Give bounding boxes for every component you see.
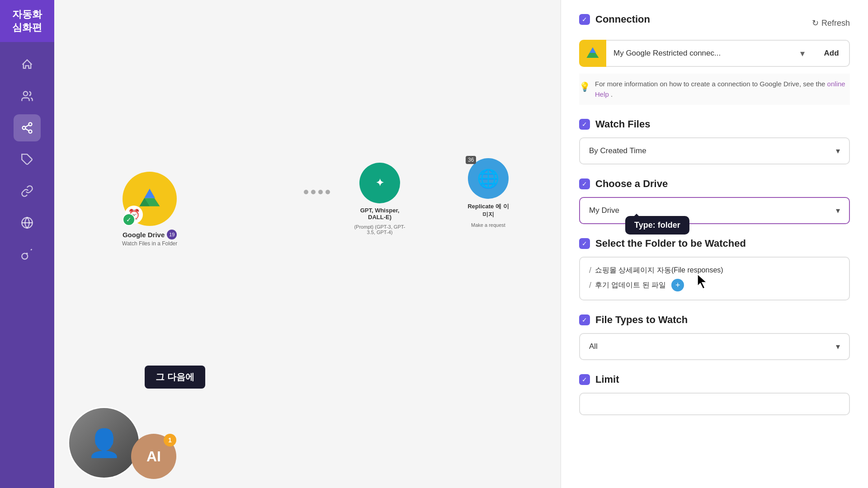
folder-item-2-text: 후기 업데이트 된 파일 <box>595 281 666 290</box>
connection-row: My Google Restricted connec... ▾ Add <box>579 40 850 67</box>
folder-item-2: / 후기 업데이트 된 파일 + <box>589 277 840 293</box>
sidebar-banner: 자동화 심화편 <box>0 0 54 42</box>
file-types-title: File Types to Watch <box>595 314 688 326</box>
tooltip-text: Type: folder <box>634 221 680 230</box>
file-types-checkbox[interactable]: ✓ <box>579 314 590 325</box>
cursor-position <box>697 273 708 291</box>
sidebar-item-puzzle[interactable] <box>14 146 41 173</box>
replicate-sublabel: Make a request <box>471 222 505 228</box>
svg-point-1 <box>29 123 32 126</box>
connection-checkbox[interactable]: ✓ <box>579 14 590 25</box>
choose-drive-title: Choose a Drive <box>595 178 668 190</box>
sidebar-item-link[interactable] <box>14 178 41 205</box>
workflow-area: ⏰ ✓ Google Drive 19 Watch Files in a Fol… <box>54 0 561 488</box>
refresh-button[interactable]: ↻ Refresh <box>812 18 850 28</box>
svg-text:✦: ✦ <box>376 177 384 188</box>
folder-plus-button[interactable]: + <box>671 279 684 291</box>
globe-symbol: 🌐 <box>477 168 500 189</box>
node-label-row: Google Drive 19 <box>123 230 177 239</box>
svg-marker-11 <box>144 189 155 198</box>
replicate-node-content: 🌐 36 Replicate 에 이미지 Make a request <box>466 158 511 228</box>
choose-drive-arrow-icon: ▾ <box>836 206 840 216</box>
svg-point-0 <box>24 92 28 96</box>
folder-field: / 쇼핑몰 상세페이지 자동(File responses) / 후기 업데이트… <box>579 257 850 300</box>
sidebar-item-key[interactable] <box>14 241 41 268</box>
avatar-area: 👤 AI 1 <box>68 407 176 479</box>
folder-slash-2: / <box>589 281 591 290</box>
watch-files-checkbox[interactable]: ✓ <box>579 119 590 130</box>
replicate-badge: 36 <box>466 156 476 164</box>
node-sublabel: Watch Files in a Folder <box>122 240 177 247</box>
sidebar-item-users[interactable] <box>14 83 41 110</box>
connection-title: Connection <box>595 14 650 25</box>
dot-1 <box>304 190 308 194</box>
google-drive-node[interactable]: ⏰ ✓ Google Drive 19 Watch Files in a Fol… <box>122 172 177 247</box>
node-badge: 19 <box>167 230 177 239</box>
connection-section: ✓ Connection ↻ Refresh My Goog <box>579 14 850 105</box>
connection-value-display: My Google Restricted connec... <box>606 40 791 67</box>
svg-marker-18 <box>698 274 707 289</box>
watch-files-arrow-icon: ▾ <box>836 146 840 156</box>
limit-section: ✓ Limit <box>579 374 850 415</box>
add-label: Add <box>824 49 839 57</box>
gpt-label: GPT, Whisper, DALL-E) <box>357 207 402 221</box>
limit-title: Limit <box>595 374 619 385</box>
dot-2 <box>311 190 316 194</box>
connection-drive-icon <box>579 40 606 67</box>
gpt-node-content: ✦ GPT, Whisper, DALL-E) (Prompt) (GPT-3,… <box>353 163 407 235</box>
sidebar-icons <box>0 51 54 268</box>
connection-add-button[interactable]: Add <box>814 40 850 67</box>
gpt-icon: ✦ <box>359 163 400 203</box>
sidebar-item-globe[interactable] <box>14 209 41 236</box>
choose-drive-dropdown[interactable]: My Drive ▾ Type: folder <box>579 197 850 224</box>
replicate-label: Replicate 에 이미지 <box>466 202 511 219</box>
next-label: 그 다음에 <box>145 366 205 389</box>
choose-drive-value: My Drive <box>589 206 619 215</box>
info-text-after: . <box>611 90 613 98</box>
refresh-label: Refresh <box>821 19 850 28</box>
limit-input-field[interactable] <box>579 393 850 415</box>
node-label-text: Google Drive <box>123 231 165 239</box>
watch-files-title: Watch Files <box>595 118 650 130</box>
gpt-node[interactable]: ✦ GPT, Whisper, DALL-E) (Prompt) (GPT-3,… <box>353 163 407 235</box>
info-text: For more information on how to create a … <box>595 79 850 99</box>
select-folder-checkbox[interactable]: ✓ <box>579 238 590 249</box>
connection-dropdown-btn[interactable]: ▾ <box>791 40 814 67</box>
choose-drive-section: ✓ Choose a Drive My Drive ▾ Type: folder <box>579 178 850 224</box>
svg-marker-17 <box>590 47 596 53</box>
person-avatar: 👤 <box>68 407 140 479</box>
sidebar-item-home[interactable] <box>14 51 41 78</box>
ai-badge: 1 <box>164 434 176 446</box>
file-types-value: All <box>589 342 598 351</box>
svg-point-2 <box>23 127 26 130</box>
connection-value-text: My Google Restricted connec... <box>613 49 721 58</box>
connector-dots <box>304 190 330 194</box>
sidebar-item-share[interactable] <box>14 114 41 141</box>
folder-item-1: / 쇼핑몰 상세페이지 자동(File responses) <box>589 264 840 277</box>
select-folder-header: ✓ Select the Folder to be Watched <box>579 238 850 249</box>
watch-files-header: ✓ Watch Files <box>579 118 850 130</box>
connector <box>304 190 330 194</box>
refresh-icon: ↻ <box>812 18 819 28</box>
limit-checkbox[interactable]: ✓ <box>579 374 590 385</box>
connection-top-row: ✓ Connection ↻ Refresh <box>579 14 850 33</box>
sidebar: 자동화 심화편 <box>0 0 54 488</box>
replicate-icon: 🌐 36 <box>468 158 509 199</box>
watch-files-dropdown[interactable]: By Created Time ▾ <box>579 137 850 164</box>
replicate-node[interactable]: 🌐 36 Replicate 에 이미지 Make a request <box>466 158 511 228</box>
ai-avatar: AI 1 <box>131 434 176 479</box>
select-folder-section: ✓ Select the Folder to be Watched / 쇼핑몰 … <box>579 238 850 300</box>
choose-drive-checkbox[interactable]: ✓ <box>579 178 590 189</box>
dot-3 <box>318 190 323 194</box>
cursor-icon <box>697 273 708 289</box>
type-folder-tooltip: Type: folder <box>625 216 689 235</box>
file-types-section: ✓ File Types to Watch All ▾ <box>579 314 850 360</box>
svg-line-5 <box>25 125 29 127</box>
gpt-sublabel: (Prompt) (GPT-3, GPT-3.5, GPT-4) <box>353 224 407 235</box>
file-types-dropdown[interactable]: All ▾ <box>579 333 850 360</box>
svg-point-3 <box>29 130 32 133</box>
dot-4 <box>326 190 330 194</box>
info-icon: 💡 <box>579 80 590 94</box>
choose-drive-header: ✓ Choose a Drive <box>579 178 850 190</box>
info-row: 💡 For more information on how to create … <box>579 74 850 105</box>
